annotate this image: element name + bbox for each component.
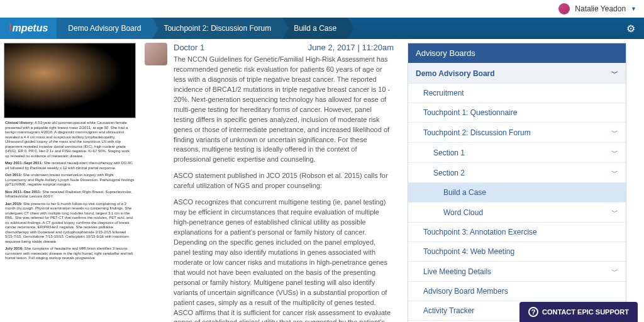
post-content: The NCCN Guidelines for Genetic/Familial… xyxy=(174,55,394,322)
nav-item[interactable]: Section 2﹀ xyxy=(408,162,626,182)
nav-item[interactable]: Demo Advisory Board﹀ xyxy=(408,63,626,83)
chevron-down-icon: ﹀ xyxy=(611,69,618,78)
support-label: CONTACT EPIC SUPPORT xyxy=(542,308,629,316)
avatar[interactable] xyxy=(558,3,570,14)
nav-item[interactable]: Live Meeting Details﹀ xyxy=(408,261,626,281)
support-button[interactable]: ? CONTACT EPIC SUPPORT xyxy=(519,302,638,322)
nav-item[interactable]: Touchpoint 1: Questionnaire xyxy=(408,103,626,122)
main-nav: Impetus Demo Advisory Board Touchpoint 2… xyxy=(0,18,644,39)
brand-logo[interactable]: Impetus xyxy=(0,18,57,39)
pet-scan-image xyxy=(4,43,136,118)
gear-icon[interactable]: ⚙ xyxy=(626,23,644,35)
nav-item[interactable]: Word Cloud﹀ xyxy=(408,202,626,222)
text-history: A 53-year-old postmenopausal white Cauca… xyxy=(5,121,130,158)
crumb-page[interactable]: Build a Case xyxy=(282,18,348,39)
nav-item-label: Recruitment xyxy=(423,89,464,97)
chevron-down-icon: ﹀ xyxy=(611,128,618,137)
post-para: ASCO statement published in JCO 2015 (Ro… xyxy=(174,171,394,191)
post-para: ASCO recognizes that concurrent multigen… xyxy=(174,197,394,322)
nav-item-label: Section 1 xyxy=(433,148,465,157)
text-jan2015: She presents to her 6-month follow-up vi… xyxy=(5,202,133,243)
nav-item[interactable]: Touchpoint 3: Annotation Exercise xyxy=(408,222,626,242)
post-author[interactable]: Doctor 1 xyxy=(174,43,204,52)
label-history: Clinical History: xyxy=(5,121,34,125)
clinical-history-text: Clinical History: A 53-year-old postmeno… xyxy=(4,118,136,266)
user-menu-chevron-icon[interactable]: ▼ xyxy=(631,6,636,12)
post-para: The NCCN Guidelines for Genetic/Familial… xyxy=(174,55,394,165)
label-oct2011: Oct 2011: xyxy=(5,173,22,177)
post: Doctor 1 June 2, 2017 | 11:20am The NCCN… xyxy=(145,43,394,322)
discussion-thread: Doctor 1 June 2, 2017 | 11:20am The NCCN… xyxy=(140,39,399,322)
breadcrumb: Demo Advisory Board Touchpoint 2: Discus… xyxy=(57,18,348,39)
crumb-board[interactable]: Demo Advisory Board xyxy=(57,18,152,39)
nav-item-label: Live Meeting Details xyxy=(423,267,491,276)
nav-item-label: Build a Case xyxy=(443,188,486,197)
brand-text: mpetus xyxy=(12,23,48,34)
chevron-down-icon: ﹀ xyxy=(611,168,618,177)
nav-item[interactable]: Recruitment xyxy=(408,83,626,103)
user-bar: Natalie Yeadon ▼ xyxy=(0,0,644,18)
nav-item-label: Touchpoint 2: Discussion Forum xyxy=(423,128,531,137)
label-jan2015: Jan 2015: xyxy=(5,202,22,206)
nav-list: Demo Advisory Board﹀RecruitmentTouchpoin… xyxy=(408,63,626,322)
nav-item-label: Touchpoint 4: Web Meeting xyxy=(423,247,514,256)
nav-item-label: Demo Advisory Board xyxy=(416,69,495,78)
chevron-down-icon: ﹀ xyxy=(611,208,618,217)
label-may2011: May 2011–Sept 2011: xyxy=(5,161,43,165)
nav-item-label: Section 2 xyxy=(433,169,465,177)
nav-panel-col: Advisory Boards Demo Advisory Board﹀Recr… xyxy=(399,39,631,322)
nav-item-label: Activity Tracker xyxy=(423,306,474,315)
advisory-nav-panel: Advisory Boards Demo Advisory Board﹀Recr… xyxy=(408,43,626,322)
nav-item[interactable]: Touchpoint 2: Discussion Forum﹀ xyxy=(408,122,626,142)
label-nov2011: Nov 2011–Dec 2011: xyxy=(5,190,42,194)
nav-item-label: Touchpoint 1: Questionnaire xyxy=(423,108,517,117)
post-avatar[interactable] xyxy=(145,43,167,65)
chevron-down-icon: ﹀ xyxy=(611,267,618,276)
label-july2016: July 2016: xyxy=(5,247,23,250)
panel-header: Advisory Boards xyxy=(408,43,626,63)
post-timestamp: June 2, 2017 | 11:20am xyxy=(308,43,394,52)
nav-item[interactable]: Section 1﹀ xyxy=(408,142,626,162)
user-name[interactable]: Natalie Yeadon xyxy=(575,4,626,13)
nav-item[interactable]: Advisory Board Members xyxy=(408,281,626,301)
nav-item-label: Touchpoint 3: Annotation Exercise xyxy=(423,228,537,236)
text-july2016: She complains of headache and MRI brain … xyxy=(5,247,133,260)
nav-item-label: Word Cloud xyxy=(443,208,483,217)
nav-item[interactable]: Build a Case xyxy=(408,182,626,202)
help-icon: ? xyxy=(528,307,538,317)
clinical-sidebar: Clinical History: A 53-year-old postmeno… xyxy=(0,39,140,322)
text-oct2011: She underwent breast conservation surger… xyxy=(5,173,135,186)
nav-item-label: Advisory Board Members xyxy=(423,287,508,296)
crumb-touchpoint[interactable]: Touchpoint 2: Discussion Forum xyxy=(152,18,282,39)
chevron-down-icon: ﹀ xyxy=(611,148,618,157)
nav-item[interactable]: Touchpoint 4: Web Meeting xyxy=(408,242,626,261)
